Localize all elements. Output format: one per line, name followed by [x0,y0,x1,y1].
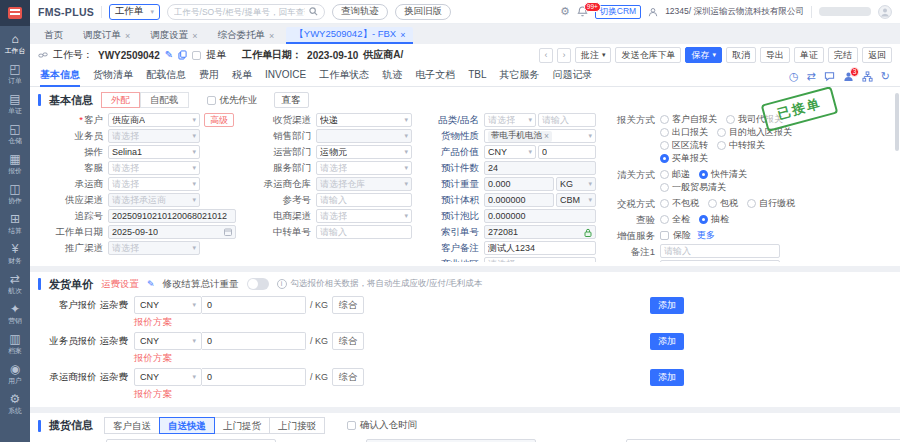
close-icon[interactable]: × [400,30,405,40]
radio-option[interactable]: 买单报关 [660,152,708,165]
radio-option[interactable]: 快件清关 [699,168,747,181]
module-select[interactable]: 工作单 ▾ [109,4,160,20]
document-tab[interactable]: 配载信息 [146,65,186,87]
track-query-button[interactable]: 查询轨迹 [332,4,388,20]
field-control[interactable]: 请选择 ▾ [108,241,200,255]
field-control[interactable]: 24 [484,161,596,175]
search-input[interactable] [174,7,305,17]
field-control-2[interactable]: 0 [538,145,596,159]
field-control[interactable]: CNY ▾ [484,145,536,159]
radio-option[interactable]: 自行缴税 [747,197,795,210]
freight-settings-link[interactable]: 运费设置 [101,278,139,291]
confirm-time-checkbox[interactable] [347,421,356,430]
sidebar-item[interactable]: ⚙ 系统 [0,390,30,419]
pickup-tab[interactable]: 自送快递 [159,417,215,434]
pickup-tab[interactable]: 上门接驳 [269,417,325,434]
price-input[interactable]: 0 [202,368,306,386]
next-button[interactable]: › [557,48,571,63]
mode-chip[interactable]: 综合 [332,368,364,386]
dispatch-mode-tab[interactable]: 自配载 [140,92,189,108]
field-control[interactable]: ▾ [316,129,412,143]
radio-option[interactable]: 一般贸易清关 [660,181,726,194]
page-tab[interactable]: 综合委托单 × [210,27,283,44]
document-tab[interactable]: 货物清单 [93,65,133,87]
radio-option[interactable]: 不包税 [660,197,699,210]
transfer-icon[interactable]: ⇄ [807,71,816,82]
field-control[interactable]: 带电手机电池× ▾ [484,129,596,143]
field-control[interactable]: 20250910210120068021012 [108,209,236,223]
insurance-checkbox[interactable] [660,231,669,240]
add-button[interactable]: 添加 [650,369,684,386]
switch-crm-button[interactable]: 切换CRM [595,5,641,19]
bill-checkbox[interactable] [192,51,201,60]
action-button[interactable]: 完结 [828,47,858,63]
legacy-version-button[interactable]: 换回旧版 [395,4,451,20]
page-tab[interactable]: 首页 [36,27,71,44]
page-tab[interactable]: 调度设置 × [142,27,205,44]
sidebar-item[interactable]: ◫ 协作 [0,180,30,209]
add-button[interactable]: 添加 [650,333,684,350]
field-control[interactable]: 请选择承运商 ▾ [108,193,200,207]
field-control[interactable]: Selina1 ▾ [108,145,200,159]
price-input[interactable]: 0 [202,332,306,350]
radio-option[interactable]: 包税 [708,197,738,210]
field-control[interactable]: 2025-09-10 [108,225,236,239]
field-control[interactable]: 请输入 [316,193,412,207]
action-button[interactable]: 取消 [726,47,756,63]
field-control[interactable]: 请选择 ▾ [484,113,536,127]
field-control[interactable]: 请选择 ▾ [108,177,200,191]
field-control-2[interactable]: CBM ▾ [556,193,596,207]
remove-tag-icon[interactable]: × [544,131,549,141]
field-control[interactable]: 请选择 ▾ [316,161,412,175]
document-tab[interactable]: 税单 [232,65,252,87]
field-control-2[interactable]: 请输入 [538,113,596,127]
document-tab[interactable]: 基本信息 [40,65,80,87]
page-tab[interactable]: 【YWY2509042】- FBX × [286,27,413,44]
close-icon[interactable]: × [125,31,130,41]
field-control[interactable]: 请输入 [316,225,412,239]
mode-chip[interactable]: 综合 [332,332,364,350]
field-control[interactable]: 请选择 ▾ [108,129,200,143]
field-control[interactable]: 请选择仓库 ▾ [316,177,412,191]
action-button[interactable]: 返回 [862,47,892,63]
radio-option[interactable]: 中转报关 [717,139,765,152]
radio-option[interactable]: 全检 [660,213,690,226]
add-button[interactable]: 添加 [650,297,684,314]
search-icon[interactable] [309,7,318,16]
document-tab[interactable]: 其它服务 [499,65,539,87]
sidebar-item[interactable]: ▦ 报价 [0,150,30,179]
remark1-input[interactable]: 请输入 [660,244,780,258]
copy-icon[interactable] [178,50,187,60]
avatar[interactable] [878,5,892,19]
quote-plan-link[interactable]: 报价方案 [134,352,892,365]
price-input[interactable]: 0 [202,296,306,314]
sidebar-item[interactable]: ▤ 单证 [0,90,30,119]
refresh-icon[interactable]: ↻ [881,71,890,82]
org-icon[interactable] [862,71,873,82]
close-icon[interactable]: × [192,31,197,41]
field-control[interactable]: 请选择 ▾ [316,209,412,223]
sidebar-item[interactable]: ⇄ 航次 [0,270,30,299]
app-logo[interactable] [0,0,30,26]
quote-plan-link[interactable]: 报价方案 [134,388,892,401]
field-control[interactable]: 0.000 [484,177,554,191]
sidebar-item[interactable]: ✦ 营销 [0,300,30,329]
weight-toggle[interactable] [247,278,269,290]
gear-icon[interactable]: ⚙ [560,6,570,17]
radio-option[interactable]: 区区流转 [660,139,708,152]
document-tab[interactable]: INVOICE [265,65,306,87]
assignee-icon[interactable]: 3 [843,71,854,82]
sidebar-item[interactable]: ▥ 档案 [0,330,30,359]
field-control[interactable]: 测试人1234 [484,241,596,255]
quote-plan-link[interactable]: 报价方案 [134,316,892,329]
priority-checkbox[interactable] [207,96,216,105]
advanced-button[interactable]: 高级 [204,113,234,127]
document-tab[interactable]: 问题记录 [552,65,592,87]
direct-customer-tag[interactable]: 直客 [274,92,309,108]
field-control[interactable]: 272081 [484,225,596,239]
field-control[interactable]: 0.000000 [484,209,596,223]
sidebar-item[interactable]: ⌂ 工作台 [0,30,30,59]
sidebar-item[interactable]: ◱ 仓储 [0,120,30,149]
close-icon[interactable]: × [269,31,274,41]
currency-select[interactable]: CNY▾ [134,368,202,386]
